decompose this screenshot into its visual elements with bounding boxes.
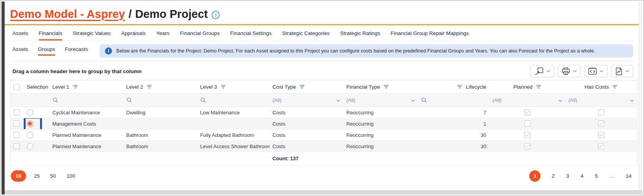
page-5[interactable]: 5 [594, 173, 598, 179]
row-selection-radio[interactable] [27, 143, 33, 150]
header-filter-icon[interactable] [536, 84, 541, 90]
tab-financials[interactable]: Financials [39, 30, 63, 40]
column-header-level2: Level 2 [126, 84, 144, 90]
print-icon [562, 67, 570, 75]
column-header-cost-type: Cost Type [273, 84, 296, 90]
subtab-assets[interactable]: Assets [12, 46, 28, 56]
header-filter-icon[interactable] [73, 84, 78, 90]
table-row: Management Costs Costs Reoccurring 1 [10, 118, 637, 130]
page-1[interactable]: 1 [529, 170, 541, 182]
page-ellipsis: … [609, 173, 615, 179]
tab-appraisals[interactable]: Appraisals [121, 30, 146, 40]
group-by-panel: Drag a column header here to group by th… [10, 68, 142, 74]
info-icon [105, 47, 112, 54]
select-all-checkbox[interactable] [14, 84, 20, 90]
info-banner-text: Below are the Financials for the Project… [116, 48, 595, 54]
chevron-down-icon [630, 97, 634, 103]
export-file-button[interactable] [611, 65, 633, 77]
header-filter-icon[interactable] [220, 84, 226, 90]
tab-assets[interactable]: Assets [12, 30, 28, 40]
cost-type-filter-dropdown[interactable]: (All) [273, 97, 340, 103]
level3-search-input[interactable] [200, 97, 266, 103]
chevron-down-icon [411, 97, 415, 103]
title-separator: / [128, 8, 131, 21]
page-size-selector: 10 25 50 100 [11, 170, 78, 182]
table-row: Cyclical Maintenance Dwelling Low Mainte… [10, 107, 637, 118]
page-size-25[interactable]: 25 [31, 171, 42, 181]
export-code-button[interactable] [584, 65, 607, 77]
print-button[interactable] [558, 65, 581, 77]
planned-checkbox [524, 121, 530, 127]
row-checkbox[interactable] [14, 121, 20, 127]
level1-search-input[interactable] [52, 97, 120, 103]
tab-years[interactable]: Years [156, 30, 170, 40]
summary-row: Count: 137 [10, 152, 637, 165]
financials-grid: Selection Level 1 Level 2 Level 3 Cost T… [10, 80, 637, 165]
page-title: Demo Project [135, 8, 208, 21]
row-selection-radio[interactable] [27, 109, 33, 116]
page-navigator: 1 2 3 4 5 … 14 [529, 170, 632, 182]
column-header-selection: Selection [27, 84, 49, 90]
chevron-down-icon [546, 70, 550, 72]
row-checkbox[interactable] [14, 143, 20, 149]
project-info-icon[interactable] [212, 11, 220, 19]
financial-type-filter-dropdown[interactable]: (All) [346, 97, 415, 103]
page-2[interactable]: 2 [551, 173, 555, 179]
app-window: Demo Model - Asprey / Demo Project Asset… [0, 0, 644, 196]
export-selected-button[interactable] [530, 65, 554, 77]
lifecycle-search-input[interactable] [421, 97, 486, 103]
has-costs-checkbox [598, 109, 604, 116]
has-costs-checkbox [598, 132, 604, 138]
row-checkbox[interactable] [14, 109, 20, 116]
has-costs-checkbox [598, 143, 604, 149]
page-size-50[interactable]: 50 [47, 171, 59, 181]
column-header-lifecycle: Lifecycle [466, 84, 486, 90]
window-bottom-edge [5, 190, 642, 194]
chevron-down-icon [600, 70, 604, 72]
planned-filter-dropdown[interactable]: (All) [493, 97, 562, 103]
chevron-down-icon [625, 70, 629, 72]
header-filter-icon[interactable] [457, 84, 462, 90]
sub-tab-bar: Assets Groups Forecasts [12, 46, 88, 56]
row-checkbox[interactable] [14, 132, 20, 138]
column-header-level3: Level 3 [200, 84, 217, 90]
tab-strategic-categories[interactable]: Strategic Categories [282, 30, 329, 40]
column-header-level1: Level 1 [52, 84, 70, 90]
page-14[interactable]: 14 [626, 173, 632, 179]
row-selection-radio[interactable] [27, 121, 33, 127]
planned-checkbox [524, 132, 530, 138]
tab-strategic-ratings[interactable]: Strategic Ratings [340, 30, 380, 40]
has-costs-checkbox [598, 121, 604, 127]
grid-toolbar: Drag a column header here to group by th… [10, 61, 633, 80]
model-link[interactable]: Demo Model - Asprey [10, 8, 125, 21]
header-filter-icon[interactable] [299, 84, 305, 90]
column-header-has-costs: Has Costs [584, 84, 609, 90]
main-tab-bar: Assets Financials Strategic Values Appra… [10, 25, 633, 41]
page-header: Demo Model - Asprey / Demo Project [10, 2, 633, 22]
page-size-10[interactable]: 10 [11, 170, 26, 182]
scrollbar-track[interactable] [639, 2, 642, 190]
tab-financial-settings[interactable]: Financial Settings [230, 30, 272, 40]
table-row: Planned Maintenance Bathroom Level Acces… [10, 141, 637, 152]
toolbar-buttons [530, 65, 633, 77]
has-costs-filter-dropdown[interactable]: (All) [569, 97, 634, 103]
export-code-icon [588, 67, 597, 75]
page-size-100[interactable]: 100 [64, 171, 78, 181]
window-left-edge [2, 2, 5, 194]
subtab-groups[interactable]: Groups [38, 46, 55, 56]
sub-tab-row: Assets Groups Forecasts Below are the Fi… [10, 41, 633, 61]
page-content: Demo Model - Asprey / Demo Project Asset… [5, 2, 639, 190]
header-filter-icon[interactable] [612, 84, 618, 90]
header-row: Selection Level 1 Level 2 Level 3 Cost T… [10, 80, 637, 94]
page-4[interactable]: 4 [580, 173, 584, 179]
tab-financial-groups[interactable]: Financial Groups [180, 30, 220, 40]
page-3[interactable]: 3 [565, 173, 569, 179]
subtab-forecasts[interactable]: Forecasts [65, 46, 88, 56]
row-selection-radio[interactable] [27, 132, 33, 138]
header-filter-icon[interactable] [147, 84, 152, 90]
header-filter-icon[interactable] [383, 84, 389, 90]
tab-strategic-values[interactable]: Strategic Values [73, 30, 110, 40]
tab-financial-group-repair-mappings[interactable]: Financial Group Repair Mappings [390, 30, 469, 40]
level2-search-input[interactable] [126, 97, 194, 103]
export-selected-icon [534, 67, 544, 75]
